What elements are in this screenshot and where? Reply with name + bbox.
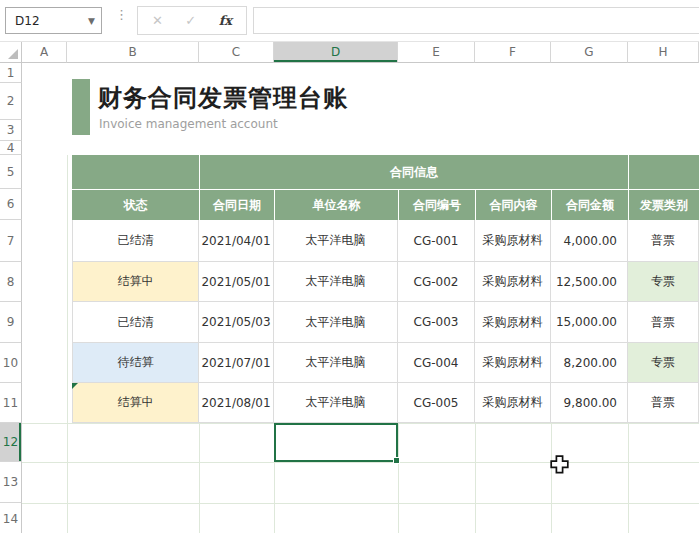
gridline [22, 503, 699, 504]
cell-r10-c1[interactable]: 待结算 [72, 343, 199, 383]
cell-r9-c2[interactable]: 2021/05/03 [199, 302, 274, 343]
row-header-3[interactable]: 3 [0, 120, 22, 141]
table-header-3[interactable]: 单位名称 [274, 189, 398, 220]
page-title: 财务合同发票管理台账 [98, 82, 348, 114]
spreadsheet-grid[interactable]: 财务合同发票管理台账 Invoice management account 合同… [22, 63, 699, 533]
gridline [67, 155, 68, 423]
gridline [398, 423, 399, 533]
row-header-14[interactable]: 14 [0, 503, 22, 533]
cell-r7-c3[interactable]: 太平洋电脑 [274, 220, 398, 262]
column-header-G[interactable]: G [551, 42, 628, 63]
column-header-C[interactable]: C [199, 42, 274, 63]
row-header-2[interactable]: 2 [0, 83, 22, 120]
cell-r10-c3[interactable]: 太平洋电脑 [274, 343, 398, 383]
toolbar-drag-handle-icon: ⋮ [115, 9, 128, 20]
row-header-strip: 1234567891011121314 [0, 63, 22, 533]
cell-r10-c2[interactable]: 2021/07/01 [199, 343, 274, 383]
gridline [551, 423, 552, 533]
cell-r10-c6[interactable]: 8,200.00 [551, 343, 628, 383]
row-header-11[interactable]: 11 [0, 383, 22, 423]
name-box[interactable]: D12 ▼ [5, 7, 102, 34]
group-header-contract-info[interactable]: 合同信息 [199, 155, 628, 189]
selected-cell-D12[interactable] [274, 423, 398, 462]
table-header-4[interactable]: 合同编号 [398, 189, 475, 220]
cell-r7-c7[interactable]: 普票 [628, 220, 699, 262]
formula-input[interactable] [253, 7, 699, 34]
row-header-10[interactable]: 10 [0, 343, 22, 383]
row-header-5[interactable]: 5 [0, 155, 22, 189]
table-row: 待结算2021/07/01太平洋电脑CG-004采购原材料8,200.00专票 [72, 343, 699, 383]
cell-r11-c1[interactable]: 结算中 [72, 383, 199, 423]
cell-r9-c5[interactable]: 采购原材料 [475, 302, 551, 343]
cell-r7-c6[interactable]: 4,000.00 [551, 220, 628, 262]
table-header-6[interactable]: 合同金额 [551, 189, 628, 220]
column-header-H[interactable]: H [628, 42, 699, 63]
column-header-B[interactable]: B [67, 42, 199, 63]
cell-r11-c3[interactable]: 太平洋电脑 [274, 383, 398, 423]
table-row: 已结清2021/04/01太平洋电脑CG-001采购原材料4,000.00普票 [72, 220, 699, 262]
row-header-4[interactable]: 4 [0, 141, 22, 155]
gridline [67, 423, 68, 533]
insert-function-icon[interactable]: fx [219, 13, 232, 28]
cell-r10-c7[interactable]: 专票 [628, 343, 699, 383]
row-header-7[interactable]: 7 [0, 220, 22, 262]
cell-r7-c5[interactable]: 采购原材料 [475, 220, 551, 262]
cell-r7-c4[interactable]: CG-001 [398, 220, 475, 262]
cell-r9-c3[interactable]: 太平洋电脑 [274, 302, 398, 343]
column-header-F[interactable]: F [475, 42, 551, 63]
cell-r8-c1[interactable]: 结算中 [72, 262, 199, 302]
cell-r10-c4[interactable]: CG-004 [398, 343, 475, 383]
formula-buttons: ✕ ✓ fx [137, 6, 247, 35]
row-header-6[interactable]: 6 [0, 189, 22, 220]
confirm-icon[interactable]: ✓ [185, 13, 196, 28]
cell-r9-c4[interactable]: CG-003 [398, 302, 475, 343]
select-all-corner[interactable] [0, 42, 22, 63]
title-accent-bar [72, 79, 90, 135]
column-header-E[interactable]: E [398, 42, 475, 63]
name-box-value: D12 [15, 14, 40, 28]
table-header-1[interactable]: 状态 [72, 189, 199, 220]
row-header-12[interactable]: 12 [0, 423, 22, 462]
gridline [628, 423, 629, 533]
row-header-13[interactable]: 13 [0, 462, 22, 503]
cell-r11-c7[interactable]: 普票 [628, 383, 699, 423]
group-header-spacer[interactable] [628, 155, 699, 189]
cell-r7-c2[interactable]: 2021/04/01 [199, 220, 274, 262]
chevron-down-icon[interactable]: ▼ [88, 16, 95, 26]
row-header-9[interactable]: 9 [0, 302, 22, 343]
fill-handle[interactable] [393, 457, 400, 464]
formula-toolbar: D12 ▼ ⋮ ✕ ✓ fx [0, 0, 699, 42]
cancel-icon[interactable]: ✕ [152, 13, 163, 28]
row-header-1[interactable]: 1 [0, 63, 22, 83]
cell-r8-c5[interactable]: 采购原材料 [475, 262, 551, 302]
cell-r11-c6[interactable]: 9,800.00 [551, 383, 628, 423]
error-indicator-icon [72, 383, 78, 389]
table-header-7[interactable]: 发票类别 [628, 189, 699, 220]
cell-r9-c7[interactable]: 普票 [628, 302, 699, 343]
cell-r11-c2[interactable]: 2021/08/01 [199, 383, 274, 423]
cell-r9-c6[interactable]: 15,000.00 [551, 302, 628, 343]
cell-r8-c6[interactable]: 12,500.00 [551, 262, 628, 302]
group-header-spacer[interactable] [72, 155, 199, 189]
cell-cursor-icon [550, 455, 569, 477]
cell-r11-c5[interactable]: 采购原材料 [475, 383, 551, 423]
table-row: 已结清2021/05/03太平洋电脑CG-003采购原材料15,000.00普票 [72, 302, 699, 343]
cell-r10-c5[interactable]: 采购原材料 [475, 343, 551, 383]
invoice-table: 合同信息状态合同日期单位名称合同编号合同内容合同金额发票类别已结清2021/04… [72, 155, 699, 423]
cell-r9-c1[interactable]: 已结清 [72, 302, 199, 343]
column-header-D[interactable]: D [274, 42, 398, 63]
gridline [22, 462, 699, 463]
cell-r8-c2[interactable]: 2021/05/01 [199, 262, 274, 302]
select-all-triangle-icon [8, 49, 18, 59]
cell-r8-c7[interactable]: 专票 [628, 262, 699, 302]
table-header-5[interactable]: 合同内容 [475, 189, 551, 220]
table-header-2[interactable]: 合同日期 [199, 189, 274, 220]
cell-r8-c3[interactable]: 太平洋电脑 [274, 262, 398, 302]
cell-r11-c4[interactable]: CG-005 [398, 383, 475, 423]
cell-r7-c1[interactable]: 已结清 [72, 220, 199, 262]
page-subtitle: Invoice management account [99, 117, 278, 131]
column-header-A[interactable]: A [22, 42, 67, 63]
cell-r8-c4[interactable]: CG-002 [398, 262, 475, 302]
table-row: 结算中2021/05/01太平洋电脑CG-002采购原材料12,500.00专票 [72, 262, 699, 302]
row-header-8[interactable]: 8 [0, 262, 22, 302]
